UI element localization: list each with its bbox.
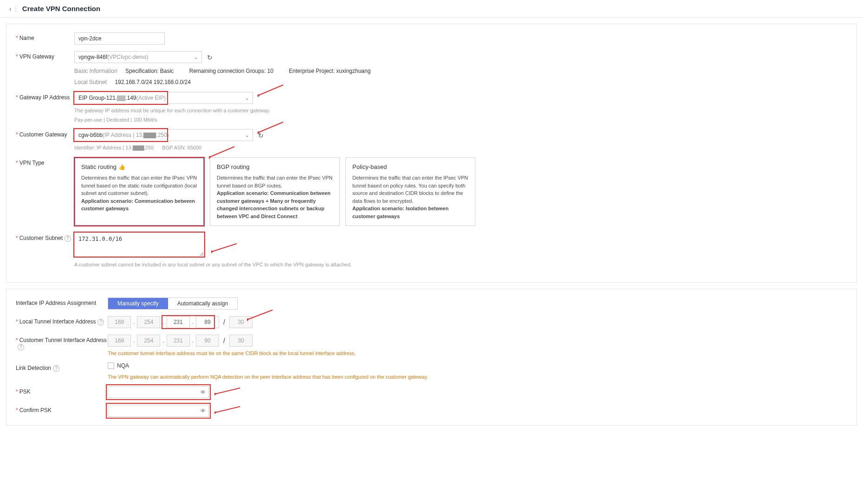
gateway-ip-billing: Pay-per-use | Dedicated | 100 Mbit/s — [74, 117, 847, 123]
label-vpn-type: *VPN Type — [16, 157, 74, 166]
refresh-icon[interactable]: ↻ — [207, 54, 213, 61]
chevron-down-icon: ⌄ — [245, 133, 249, 138]
refresh-icon[interactable]: ↻ — [258, 132, 264, 139]
label-customer-subnet: *Customer Subnet? — [16, 233, 74, 242]
label-gateway-ip: *Gateway IP Address — [16, 92, 74, 101]
header-divider: | — [15, 6, 17, 12]
vpn-type-policy[interactable]: Policy-based Determines the traffic that… — [345, 157, 475, 226]
help-icon[interactable]: ? — [18, 344, 24, 350]
psk-input[interactable] — [108, 386, 209, 398]
svg-line-0 — [260, 85, 283, 95]
chevron-down-icon: ⌄ — [194, 55, 198, 60]
chevron-down-icon: ⌄ — [245, 96, 249, 101]
thumbs-up-icon: 👍 — [118, 164, 125, 170]
eye-off-icon[interactable]: 👁 — [200, 389, 206, 396]
customer-tunnel-mask — [229, 335, 253, 347]
vpn-type-static[interactable]: Static routing👍 Determines the traffic t… — [74, 157, 204, 226]
toggle-auto[interactable]: Automatically assign — [168, 298, 237, 309]
help-icon[interactable]: ? — [65, 235, 71, 242]
gateway-ip-select[interactable]: EIP Group-121.▇▇.149(Active EIP) ⌄ — [74, 92, 253, 104]
local-tunnel-o1 — [108, 316, 131, 328]
link-detection-note: The VPN gateway can automatically perfor… — [108, 374, 847, 380]
annotation-arrow — [211, 242, 239, 253]
annotation-arrow — [214, 404, 242, 415]
customer-tunnel-o1 — [108, 335, 131, 347]
panel-tunnel: Interface IP Address Assignment Manually… — [6, 289, 857, 426]
annotation-arrow — [214, 385, 242, 397]
customer-tunnel-o4 — [196, 335, 219, 347]
svg-line-3 — [214, 244, 237, 251]
label-interface-assignment: Interface IP Address Assignment — [16, 297, 108, 306]
svg-line-1 — [260, 122, 283, 132]
svg-line-6 — [217, 407, 240, 412]
page-title: Create VPN Connection — [22, 5, 100, 13]
customer-gateway-info: Identifier: IP Address | 13.▇▇▇.250 BGP … — [74, 145, 847, 151]
label-customer-tunnel: *Customer Tunnel Interface Address? — [16, 335, 108, 350]
confirm-psk-input[interactable] — [108, 405, 209, 417]
customer-tunnel-o2 — [137, 335, 160, 347]
svg-line-5 — [217, 388, 240, 394]
label-confirm-psk: *Confirm PSK — [16, 405, 108, 414]
label-link-detection: Link Detection? — [16, 362, 108, 372]
svg-line-4 — [249, 310, 273, 319]
name-input[interactable] — [74, 32, 165, 45]
label-customer-gateway: *Customer Gateway — [16, 129, 74, 138]
back-icon[interactable]: ‹ — [9, 5, 12, 13]
vpn-gateway-select[interactable]: vpngw-846f(VPCIvpc-demo) ⌄ — [74, 51, 202, 63]
toggle-manual[interactable]: Manually specify — [108, 298, 168, 309]
gateway-ip-hint: The gateway IP address must be unique fo… — [74, 108, 847, 113]
local-tunnel-o2 — [137, 316, 160, 328]
interface-assignment-toggle: Manually specify Automatically assign — [108, 297, 238, 310]
annotation-arrow — [258, 84, 286, 97]
help-icon[interactable]: ? — [97, 319, 104, 325]
label-name: *Name — [16, 32, 74, 41]
nqa-checkbox[interactable] — [108, 362, 114, 369]
vpn-type-bgp[interactable]: BGP routing Determines the traffic that … — [210, 157, 340, 226]
local-tunnel-mask — [229, 316, 253, 328]
label-psk: *PSK — [16, 386, 108, 395]
panel-basic: *Name *VPN Gateway vpngw-846f(VPCIvpc-de… — [6, 24, 857, 283]
eye-off-icon[interactable]: 👁 — [200, 407, 206, 414]
label-local-tunnel: *Local Tunnel Interface Address? — [16, 316, 108, 325]
label-vpn-gateway: *VPN Gateway — [16, 51, 74, 60]
local-tunnel-o4[interactable] — [196, 316, 219, 328]
local-tunnel-o3[interactable] — [167, 316, 190, 328]
customer-tunnel-warn: The customer tunnel interface address mu… — [108, 350, 847, 356]
customer-subnet-input[interactable]: 172.31.0.0/16 — [74, 233, 204, 257]
help-icon[interactable]: ? — [53, 365, 59, 372]
customer-tunnel-o3 — [167, 335, 190, 347]
customer-subnet-hint: A customer subnet cannot be included in … — [74, 262, 847, 267]
customer-gateway-select[interactable]: cgw-b6bb(IP Address | 13.▇▇▇.250) ⌄ — [74, 129, 253, 141]
nqa-label: NQA — [117, 362, 129, 369]
